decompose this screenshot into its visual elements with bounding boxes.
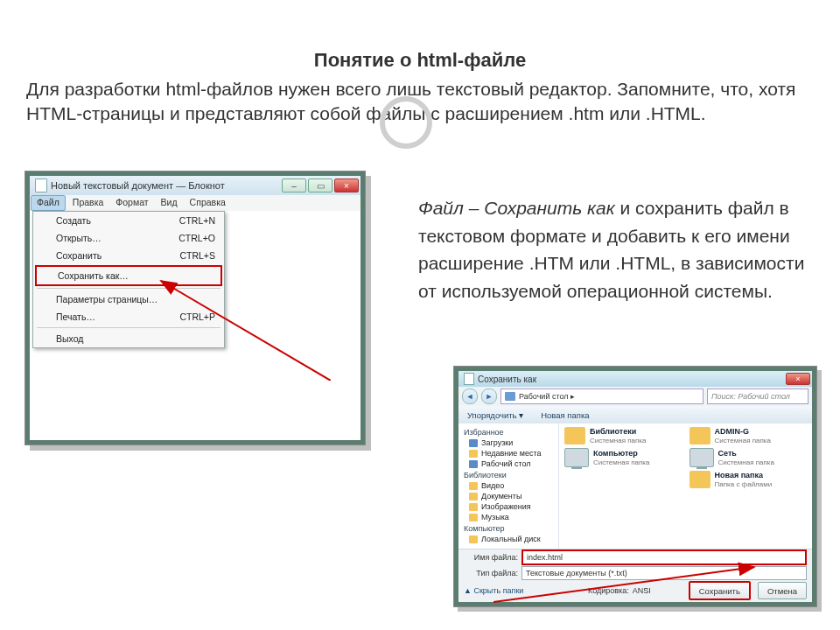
menu-item-page-setup[interactable]: Параметры страницы… bbox=[33, 290, 224, 308]
menu-view[interactable]: Вид bbox=[155, 195, 184, 211]
save-button[interactable]: Сохранить bbox=[689, 581, 751, 600]
nav-item-downloads[interactable]: Загрузки bbox=[460, 438, 556, 448]
nav-pane: Избранное Загрузки Недавние места Рабочи… bbox=[458, 424, 559, 556]
list-item[interactable]: Новая папкаПапка с файлами bbox=[690, 471, 808, 488]
address-bar[interactable]: Рабочий стол ▸ bbox=[500, 388, 704, 404]
cancel-button[interactable]: Отмена bbox=[758, 582, 807, 599]
nav-item-music[interactable]: Музыка bbox=[460, 512, 556, 522]
nav-group-computer: Компьютер bbox=[464, 524, 556, 533]
folder-icon bbox=[690, 427, 710, 444]
menu-format[interactable]: Формат bbox=[109, 195, 154, 211]
menu-separator bbox=[37, 327, 220, 328]
organize-button[interactable]: Упорядочить ▾ bbox=[458, 410, 532, 420]
nav-item-video[interactable]: Видео bbox=[460, 480, 556, 491]
list-item[interactable]: КомпьютерСистемная папка bbox=[564, 448, 682, 467]
folder-icon bbox=[564, 427, 585, 444]
desktop-icon bbox=[469, 460, 478, 468]
hide-folders-link[interactable]: ▲ Скрыть папки bbox=[464, 586, 523, 595]
close-button[interactable]: × bbox=[786, 373, 810, 385]
back-button[interactable]: ◄ bbox=[462, 388, 478, 404]
notepad-titlebar: Новый текстовый документ — Блокнот – ▭ × bbox=[30, 176, 360, 195]
menu-edit[interactable]: Правка bbox=[66, 195, 109, 211]
folder-icon bbox=[469, 493, 478, 500]
list-item[interactable]: ADMIN-GСистемная папка bbox=[690, 427, 808, 444]
menu-item-print[interactable]: Печать…CTRL+P bbox=[33, 308, 224, 326]
document-icon bbox=[464, 373, 474, 385]
dialog-title: Сохранить как bbox=[478, 374, 536, 384]
notepad-screenshot: Новый текстовый документ — Блокнот – ▭ ×… bbox=[24, 171, 366, 445]
folder-icon bbox=[469, 439, 478, 447]
dialog-titlebar: Сохранить как × bbox=[458, 371, 812, 387]
notepad-body: СоздатьCTRL+N Открыть…CTRL+O СохранитьCT… bbox=[30, 211, 360, 440]
desktop-icon bbox=[505, 392, 515, 401]
network-icon bbox=[690, 448, 714, 467]
folder-icon bbox=[469, 514, 478, 522]
encoding-group: Кодировка: ANSI bbox=[588, 586, 682, 595]
filename-label: Имя файла: bbox=[464, 553, 518, 562]
menu-path-emphasis: Файл – Сохранить как bbox=[418, 198, 615, 218]
nav-item-pictures[interactable]: Изображения bbox=[460, 501, 556, 512]
menu-item-save-as[interactable]: Сохранить как… bbox=[35, 265, 222, 286]
notepad-title: Новый текстовый документ — Блокнот bbox=[51, 180, 225, 191]
filename-row: Имя файла: index.html bbox=[458, 550, 812, 565]
action-row: ▲ Скрыть папки Кодировка: ANSI Сохранить… bbox=[458, 581, 812, 600]
dialog-main: Избранное Загрузки Недавние места Рабочи… bbox=[458, 424, 812, 556]
folder-icon bbox=[469, 482, 478, 490]
address-bar-row: ◄ ► Рабочий стол ▸ Поиск: Рабочий стол bbox=[458, 387, 812, 406]
filetype-row: Тип файла: Текстовые документы (*.txt) bbox=[458, 565, 812, 581]
folder-icon bbox=[469, 503, 478, 511]
menu-separator bbox=[37, 288, 220, 289]
menu-item-exit[interactable]: Выход bbox=[33, 330, 224, 347]
close-button[interactable]: × bbox=[334, 178, 359, 192]
menu-help[interactable]: Справка bbox=[184, 195, 232, 211]
page-title: Понятие о html-файле bbox=[0, 49, 840, 72]
nav-item-localdisk[interactable]: Локальный диск bbox=[460, 534, 556, 544]
folder-icon bbox=[469, 450, 478, 458]
forward-button[interactable]: ► bbox=[481, 388, 497, 404]
disk-icon bbox=[469, 536, 478, 543]
save-dialog-screenshot: Сохранить как × ◄ ► Рабочий стол ▸ Поиск… bbox=[453, 366, 817, 607]
instruction-text: Файл – Сохранить как и сохранить файл в … bbox=[418, 194, 812, 304]
menu-file[interactable]: Файл bbox=[31, 195, 66, 211]
filename-input[interactable]: index.html bbox=[522, 550, 807, 565]
file-list: БиблиотекиСистемная папка ADMIN-GСистемн… bbox=[559, 424, 812, 556]
menu-item-create[interactable]: СоздатьCTRL+N bbox=[33, 212, 224, 229]
minimize-button[interactable]: – bbox=[282, 178, 306, 192]
window-buttons: – ▭ × bbox=[282, 178, 360, 192]
search-input[interactable]: Поиск: Рабочий стол bbox=[707, 388, 808, 404]
maximize-button[interactable]: ▭ bbox=[308, 178, 332, 192]
filetype-label: Тип файла: bbox=[464, 569, 518, 578]
folder-icon bbox=[690, 471, 710, 488]
new-folder-button[interactable]: Новая папка bbox=[532, 410, 598, 420]
list-item[interactable]: БиблиотекиСистемная папка bbox=[564, 427, 682, 444]
notepad-menubar: Файл Правка Формат Вид Справка bbox=[30, 195, 360, 212]
encoding-select[interactable]: ANSI bbox=[633, 586, 682, 595]
dialog-bottom: Имя файла: index.html Тип файла: Текстов… bbox=[458, 549, 812, 602]
computer-icon bbox=[564, 448, 589, 467]
document-icon bbox=[35, 178, 47, 192]
nav-item-desktop[interactable]: Рабочий стол bbox=[460, 458, 556, 469]
list-item[interactable]: СетьСистемная папка bbox=[690, 448, 808, 467]
nav-group-libraries: Библиотеки bbox=[464, 471, 556, 480]
menu-item-save[interactable]: СохранитьCTRL+S bbox=[33, 247, 224, 264]
encoding-label: Кодировка: bbox=[588, 586, 629, 595]
file-menu-dropdown: СоздатьCTRL+N Открыть…CTRL+O СохранитьCT… bbox=[32, 211, 225, 348]
nav-group-favorites: Избранное bbox=[464, 428, 556, 437]
filetype-select[interactable]: Текстовые документы (*.txt) bbox=[522, 566, 807, 580]
dialog-toolbar: Упорядочить ▾ Новая папка bbox=[458, 406, 812, 424]
nav-item-documents[interactable]: Документы bbox=[460, 491, 556, 501]
nav-item-recent[interactable]: Недавние места bbox=[460, 448, 556, 458]
menu-item-open[interactable]: Открыть…CTRL+O bbox=[33, 229, 224, 247]
watermark-ring bbox=[380, 96, 432, 149]
